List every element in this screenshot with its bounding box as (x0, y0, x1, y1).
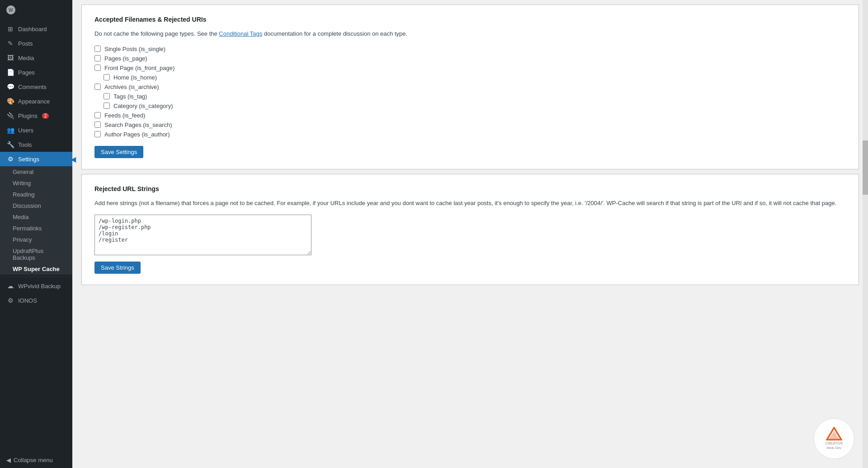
sidebar-item-dashboard[interactable]: ⊞ Dashboard (0, 22, 72, 36)
sidebar-item-plugins[interactable]: 🔌 Plugins 2 (0, 108, 72, 123)
sidebar: W ⊞ Dashboard ✎ Posts 🖼 Media 📄 Pages 💬 … (0, 0, 72, 468)
sidebar-item-wpvivid[interactable]: ☁ WPvivid Backup (0, 279, 72, 293)
sidebar-item-media-label: Media (18, 55, 34, 61)
rejected-url-strings-textarea[interactable]: /wp-login.php /wp-register.php /login /r… (94, 215, 311, 255)
sidebar-item-ionos-label: IONOS (18, 297, 37, 304)
submenu-permalinks[interactable]: Permalinks (0, 223, 72, 234)
submenu-reading[interactable]: Reading (0, 189, 72, 200)
submenu-updraftplus[interactable]: UpdraftPlus Backups (0, 245, 72, 263)
sidebar-item-dashboard-label: Dashboard (18, 26, 47, 33)
appearance-icon: 🎨 (6, 97, 14, 105)
checkbox-front-page-label: Front Page (is_front_page) (104, 65, 175, 71)
checkbox-front-page-input[interactable] (94, 65, 101, 71)
watermark: CREATIVEWeb Dev (814, 418, 854, 459)
sidebar-item-plugins-label: Plugins (18, 112, 38, 119)
checkbox-feeds-label: Feeds (is_feed) (104, 112, 145, 119)
watermark-text: CREATIVEWeb Dev (825, 441, 843, 451)
checkbox-tags[interactable]: Tags (is_tag) (104, 93, 846, 100)
checkbox-pages-input[interactable] (94, 55, 101, 61)
sidebar-item-settings[interactable]: ⚙ Settings ◀ (0, 152, 72, 166)
sidebar-item-appearance[interactable]: 🎨 Appearance (0, 94, 72, 108)
sidebar-item-tools-label: Tools (18, 141, 32, 148)
save-strings-button[interactable]: Save Strings (94, 262, 141, 274)
checkbox-search-pages[interactable]: Search Pages (is_search) (94, 122, 846, 128)
checkbox-author-pages[interactable]: Author Pages (is_author) (94, 131, 846, 138)
checkbox-pages-label: Pages (is_page) (104, 55, 147, 62)
checkbox-tags-input[interactable] (104, 93, 110, 99)
sidebar-item-posts[interactable]: ✎ Posts (0, 36, 72, 51)
sidebar-item-users[interactable]: 👥 Users (0, 123, 72, 137)
submenu-wpsupercache[interactable]: WP Super Cache (0, 263, 72, 275)
users-icon: 👥 (6, 126, 14, 134)
submenu-privacy[interactable]: Privacy (0, 234, 72, 245)
save-settings-button[interactable]: Save Settings (94, 146, 143, 158)
sidebar-item-tools[interactable]: 🔧 Tools (0, 137, 72, 152)
main-content: Accepted Filenames & Rejected URIs Do no… (72, 0, 868, 468)
sidebar-item-comments-label: Comments (18, 84, 47, 90)
checkbox-home-input[interactable] (104, 74, 110, 80)
sidebar-item-pages[interactable]: 📄 Pages (0, 65, 72, 80)
checkbox-category-label: Category (is_category) (113, 103, 173, 109)
pages-icon: 📄 (6, 68, 14, 76)
checkbox-pages[interactable]: Pages (is_page) (94, 55, 846, 62)
submenu-media[interactable]: Media (0, 211, 72, 223)
posts-icon: ✎ (6, 39, 14, 47)
sidebar-item-posts-label: Posts (18, 40, 33, 47)
plugins-icon: 🔌 (6, 112, 14, 120)
settings-submenu: General Writing Reading Discussion Media… (0, 166, 72, 275)
tools-icon: 🔧 (6, 140, 14, 149)
ionos-icon: ⚙ (6, 296, 14, 304)
submenu-discussion[interactable]: Discussion (0, 200, 72, 211)
checkbox-category[interactable]: Category (is_category) (104, 103, 846, 109)
checkbox-feeds-input[interactable] (94, 112, 101, 118)
collapse-label: Collapse menu (14, 457, 53, 463)
section1-title: Accepted Filenames & Rejected URIs (94, 16, 846, 23)
scrollbar-thumb[interactable] (863, 140, 868, 195)
sidebar-item-wpvivid-label: WPvivid Backup (18, 283, 61, 290)
checkbox-author-pages-label: Author Pages (is_author) (104, 131, 170, 138)
checkbox-list-page-types: Single Posts (is_single) Pages (is_page)… (94, 46, 846, 138)
checkbox-feeds[interactable]: Feeds (is_feed) (94, 112, 846, 119)
wpvivid-icon: ☁ (6, 282, 14, 290)
checkbox-single-posts[interactable]: Single Posts (is_single) (94, 46, 846, 52)
sidebar-item-pages-label: Pages (18, 69, 35, 76)
conditional-tags-link[interactable]: Conditional Tags (219, 30, 262, 37)
comments-icon: 💬 (6, 83, 14, 91)
checkbox-archives[interactable]: Archives (is_archive) (94, 84, 846, 90)
checkbox-author-pages-input[interactable] (94, 131, 101, 137)
sidebar-logo: W (0, 0, 72, 20)
submenu-writing[interactable]: Writing (0, 178, 72, 189)
section-rejected-url-strings: Rejected URL Strings Add here strings (n… (81, 174, 859, 285)
checkbox-category-input[interactable] (104, 103, 110, 109)
checkbox-search-pages-input[interactable] (94, 122, 101, 128)
sidebar-item-ionos[interactable]: ⚙ IONOS (0, 293, 72, 308)
checkbox-archives-label: Archives (is_archive) (104, 84, 159, 90)
media-icon: 🖼 (6, 54, 14, 62)
checkbox-single-posts-label: Single Posts (is_single) (104, 46, 165, 52)
checkbox-home-label: Home (is_home) (113, 74, 157, 81)
sidebar-item-media[interactable]: 🖼 Media (0, 51, 72, 65)
sidebar-navigation: ⊞ Dashboard ✎ Posts 🖼 Media 📄 Pages 💬 Co… (0, 20, 72, 452)
sidebar-item-comments[interactable]: 💬 Comments (0, 80, 72, 94)
checkbox-search-pages-label: Search Pages (is_search) (104, 122, 172, 128)
section2-description: Add here strings (not a filename) that f… (94, 199, 846, 208)
section2-title: Rejected URL Strings (94, 185, 846, 192)
sidebar-item-users-label: Users (18, 127, 33, 134)
section-accepted-filenames: Accepted Filenames & Rejected URIs Do no… (81, 5, 859, 169)
section1-description: Do not cache the following page types. S… (94, 29, 846, 38)
sidebar-item-appearance-label: Appearance (18, 98, 50, 105)
collapse-menu-button[interactable]: ◀ Collapse menu (0, 452, 72, 468)
submenu-general[interactable]: General (0, 166, 72, 178)
checkbox-home[interactable]: Home (is_home) (104, 74, 846, 81)
scrollbar-track[interactable] (863, 0, 868, 468)
checkbox-tags-label: Tags (is_tag) (113, 93, 147, 100)
checkbox-archives-input[interactable] (94, 84, 101, 90)
wp-logo-icon: W (6, 5, 15, 14)
settings-icon: ⚙ (6, 155, 14, 163)
collapse-icon: ◀ (6, 457, 11, 463)
checkbox-single-posts-input[interactable] (94, 46, 101, 52)
watermark-logo-icon (826, 427, 842, 440)
plugins-badge: 2 (42, 113, 49, 119)
sidebar-item-settings-label: Settings (18, 156, 39, 163)
checkbox-front-page[interactable]: Front Page (is_front_page) (94, 65, 846, 71)
